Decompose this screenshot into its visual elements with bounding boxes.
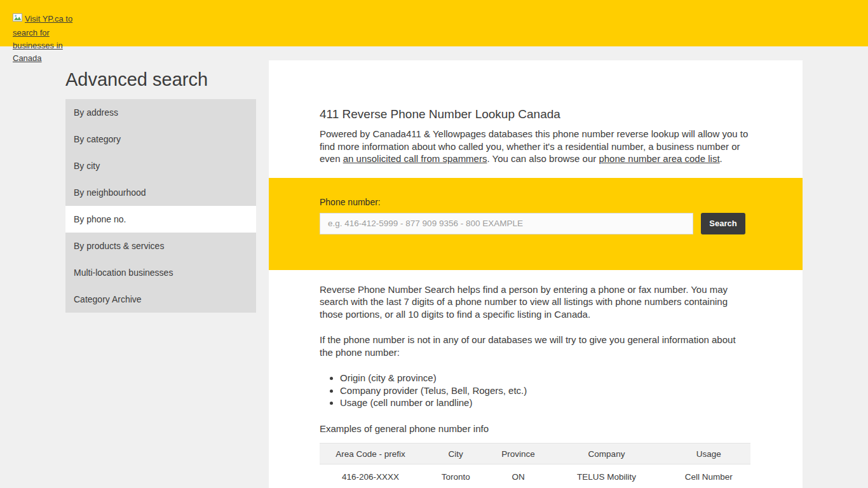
sidebar-item-by-address[interactable]: By address xyxy=(65,99,256,126)
sidebar: By address By category By city By neighb… xyxy=(65,99,256,313)
phone-number-input[interactable] xyxy=(320,213,693,234)
cell-city: Toronto xyxy=(421,464,490,488)
cell-area-code: 416-206-XXXX xyxy=(320,464,421,488)
area-code-list-link[interactable]: phone number area code list xyxy=(599,153,719,164)
phone-form-row: Search xyxy=(320,213,750,234)
page-title: Advanced search xyxy=(65,69,208,90)
broken-image-icon xyxy=(13,13,24,27)
bullet-company-provider: Company provider (Telus, Bell, Rogers, e… xyxy=(340,384,750,397)
bullet-usage: Usage (cell number or landline) xyxy=(340,396,750,409)
sidebar-item-by-category[interactable]: By category xyxy=(65,126,256,152)
sidebar-item-by-city[interactable]: By city xyxy=(65,152,256,179)
phone-number-label: Phone number: xyxy=(320,197,750,207)
cell-company: TELUS Mobility xyxy=(546,464,667,488)
intro-text-2: . You can also browse our xyxy=(487,153,599,164)
content-panel: 411 Reverse Phone Number Lookup Canada P… xyxy=(269,60,803,488)
article-heading: 411 Reverse Phone Number Lookup Canada xyxy=(320,107,750,121)
info-bullet-list: Origin (city & province) Company provide… xyxy=(320,372,750,409)
examples-label: Examples of general phone number info xyxy=(320,423,750,435)
intro-text-3: . xyxy=(720,153,722,164)
table-header-area-code: Area Code - prefix xyxy=(320,444,421,464)
spammers-link[interactable]: an unsolicited call from spammers xyxy=(343,153,487,164)
table-header-row: Area Code - prefix City Province Company… xyxy=(320,444,750,464)
table-header-province: Province xyxy=(490,444,546,464)
phone-search-button[interactable]: Search xyxy=(701,213,745,234)
bullet-origin: Origin (city & province) xyxy=(340,372,750,384)
header xyxy=(0,0,868,46)
phone-lookup-form: Phone number: Search xyxy=(269,178,803,270)
sidebar-item-by-products-services[interactable]: By products & services xyxy=(65,233,256,259)
sidebar-item-multi-location-businesses[interactable]: Multi-location businesses xyxy=(65,259,256,286)
cell-province: ON xyxy=(490,464,546,488)
intro-paragraph: Powered by Canada411 & Yellowpages datab… xyxy=(320,128,750,165)
table-row: 416-206-XXXX Toronto ON TELUS Mobility C… xyxy=(320,464,750,488)
sidebar-item-by-neighbourhood[interactable]: By neighbourhood xyxy=(65,179,256,206)
sidebar-item-by-phone-no[interactable]: By phone no. xyxy=(65,206,256,233)
table-header-usage: Usage xyxy=(667,444,750,464)
yp-logo-link[interactable]: Visit YP.ca to search for businesses in … xyxy=(13,13,80,65)
body-paragraph-2: If the phone number is not in any of our… xyxy=(320,334,750,358)
sidebar-item-category-archive[interactable]: Category Archive xyxy=(65,286,256,313)
phone-info-table: Area Code - prefix City Province Company… xyxy=(320,443,750,488)
table-header-city: City xyxy=(421,444,490,464)
table-header-company: Company xyxy=(546,444,667,464)
body-paragraph-1: Reverse Phone Number Search helps find a… xyxy=(320,283,750,321)
cell-usage: Cell Number xyxy=(667,464,750,488)
